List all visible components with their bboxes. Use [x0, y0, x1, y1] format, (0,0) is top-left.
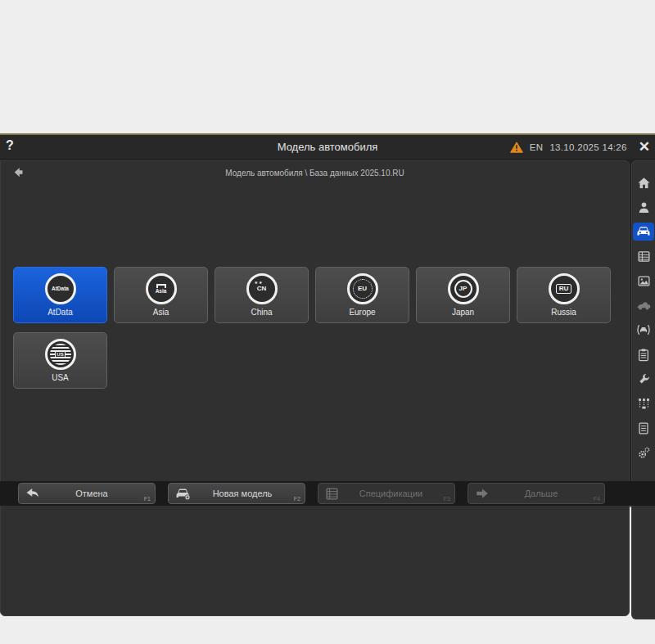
button-label: Отмена: [40, 489, 155, 498]
tile-icon-text: EU: [358, 286, 367, 292]
region-tile-asia[interactable]: Asia Asia: [114, 267, 208, 323]
tile-label: Japan: [452, 308, 474, 317]
undo-arrow-icon: [25, 487, 40, 500]
russia-plate-icon: RU: [549, 273, 580, 304]
sidebar-item-car-body[interactable]: [633, 296, 654, 314]
tile-icon-text: CN: [257, 286, 267, 292]
titlebar-right-group: EN 13.10.2025 14:26 ✕: [510, 135, 650, 159]
asia-torii-icon: Asia: [146, 273, 177, 304]
fkey-label: F3: [444, 496, 450, 502]
tile-label: Russia: [551, 308, 576, 317]
sidebar-item-documents[interactable]: [633, 419, 654, 437]
sidebar-item-vehicle[interactable]: [633, 223, 654, 241]
region-tile-atdata[interactable]: AtData AtData: [13, 267, 107, 323]
region-tile-europe[interactable]: EU Europe: [315, 267, 409, 323]
region-tile-russia[interactable]: RU Russia: [517, 267, 611, 323]
car-side-icon: [636, 299, 651, 312]
adjustment-icon: [637, 397, 651, 411]
china-flag-icon: ★★ CN: [246, 273, 278, 304]
main-panel: Модель автомобиля \ База данных 2025.10.…: [0, 160, 630, 616]
tile-label: China: [251, 308, 272, 317]
clipboard-icon: [637, 348, 650, 362]
sidebar-item-measurements[interactable]: [633, 394, 654, 412]
screen: ? Модель автомобиля EN 13.10.2025 14:26 …: [0, 0, 655, 644]
cancel-button[interactable]: Отмена F1: [18, 483, 156, 504]
sidebar-item-service[interactable]: [633, 370, 654, 388]
bottom-toolbar: Отмена F1 Новая модель F2: [0, 481, 655, 506]
sidebar-item-customer[interactable]: [633, 198, 654, 216]
specifications-button[interactable]: Спецификации F3: [318, 483, 455, 504]
breadcrumb-row: Модель автомобиля \ База данных 2025.10.…: [1, 161, 629, 184]
europe-stars-icon: EU: [347, 273, 378, 304]
sidebar-item-settings[interactable]: [633, 444, 654, 462]
us-stripes-glyph: US: [50, 344, 71, 365]
diagnostics-icon: [636, 323, 651, 336]
language-indicator[interactable]: EN: [530, 142, 544, 152]
button-label: Новая модель: [192, 489, 305, 498]
next-arrow-icon: [475, 487, 490, 500]
datetime-display: 13.10.2025 14:26: [549, 142, 626, 152]
sidebar-item-data-list[interactable]: [633, 247, 654, 265]
tile-icon-text: US: [55, 351, 65, 358]
tile-label: AtData: [47, 308, 73, 317]
sidebar-item-home[interactable]: [633, 173, 654, 191]
button-label: Спецификации: [339, 489, 454, 498]
document-icon: [637, 421, 650, 435]
torii-gate-glyph: [156, 284, 166, 288]
inner-ring-glyph: JP: [454, 280, 472, 298]
title-bar: ? Модель автомобиля EN 13.10.2025 14:26 …: [0, 135, 655, 159]
tile-icon-text: JP: [459, 286, 468, 292]
close-icon[interactable]: ✕: [639, 140, 650, 154]
button-label: Дальше: [490, 489, 604, 498]
new-model-button[interactable]: Новая модель F2: [168, 483, 305, 504]
home-icon: [637, 176, 651, 190]
data-table-icon: [637, 250, 651, 263]
sidebar-item-diagnostics[interactable]: [633, 321, 654, 339]
tile-label: USA: [52, 373, 69, 382]
fkey-label: F4: [594, 496, 600, 502]
region-tile-japan[interactable]: JP Japan: [416, 267, 510, 323]
image-icon: [637, 274, 651, 288]
breadcrumb: Модель автомобиля \ База данных 2025.10.…: [1, 169, 629, 178]
china-stars-glyph: ★★: [255, 280, 264, 285]
gears-icon: [637, 446, 651, 460]
wrench-icon: [637, 372, 651, 386]
atdata-globe-icon: AtData: [45, 273, 76, 304]
app-window: ? Модель автомобиля EN 13.10.2025 14:26 …: [0, 133, 655, 507]
tile-label: Europe: [349, 308, 375, 317]
tile-icon-text: Asia: [156, 289, 167, 295]
car-front-icon: [636, 225, 651, 238]
region-tile-grid: AtData AtData Asia Asia ★★ CN: [13, 267, 611, 389]
sidebar-item-worklist[interactable]: [633, 345, 654, 363]
fkey-label: F1: [144, 496, 151, 502]
next-button[interactable]: Дальше F4: [468, 483, 605, 504]
region-tile-usa[interactable]: US USA: [13, 332, 107, 389]
tile-icon-text: AtData: [52, 286, 69, 292]
new-vehicle-icon: [175, 487, 192, 501]
warning-icon[interactable]: [510, 142, 523, 153]
sidebar: [631, 160, 655, 619]
customer-icon: [637, 200, 651, 214]
specifications-table-icon: [325, 487, 339, 501]
tile-icon-text: RU: [556, 284, 572, 294]
eu-star-ring-glyph: EU: [353, 279, 373, 299]
tile-label: Asia: [153, 308, 169, 317]
usa-flag-icon: US: [45, 339, 76, 370]
sidebar-item-images[interactable]: [633, 272, 654, 290]
region-tile-china[interactable]: ★★ CN China: [215, 267, 309, 323]
japan-rings-icon: JP: [448, 273, 479, 304]
fkey-label: F2: [294, 496, 300, 502]
